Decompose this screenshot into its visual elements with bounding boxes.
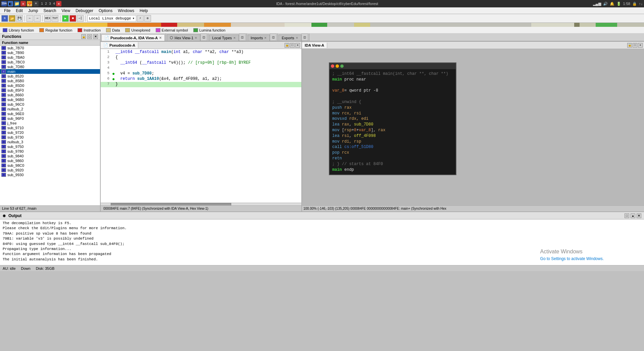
tb1[interactable]: ◧ <box>8 1 13 6</box>
func-item-sub96c0[interactable]: f sub_96C0 <box>0 102 100 107</box>
tb6[interactable]: ✕ <box>56 1 61 6</box>
func-item-sub7b90[interactable]: f sub_7B90 <box>0 50 100 55</box>
func-item-sub8520[interactable]: f sub_8520 <box>0 74 100 79</box>
func-item-sub98c0[interactable]: f sub_98C0 <box>0 163 100 168</box>
func-item-sub9920[interactable]: f sub_9920 <box>0 168 100 172</box>
ida-ctrl-close[interactable]: ✕ <box>638 43 643 48</box>
func-item-jfree[interactable]: f j_free <box>0 121 100 126</box>
tab-pseudo-close[interactable]: ✕ <box>159 36 162 40</box>
menu-options[interactable]: Options <box>96 8 115 14</box>
asm-popup-close[interactable] <box>331 64 334 68</box>
cb-ext <box>231 23 285 27</box>
tb-save[interactable]: 💾 <box>16 15 23 22</box>
func-item-sub8660[interactable]: f sub_8660 <box>0 93 100 97</box>
pseudo-ctrl-float[interactable]: □ <box>290 43 295 48</box>
func-item-sub7ba0[interactable]: f sub_7BA0 <box>0 55 100 60</box>
menu-windows[interactable]: Windows <box>115 8 137 14</box>
tab-imp-float[interactable]: ◫ <box>270 34 277 41</box>
panel-icon-close[interactable]: ✕ <box>93 34 98 39</box>
tab-imp-close[interactable]: ✕ <box>264 36 267 40</box>
tb-open[interactable]: 📂 <box>9 15 15 22</box>
asm-proc: main proc near <box>332 77 453 83</box>
func-item-sub9930[interactable]: f sub_9930 <box>0 172 100 177</box>
tb-hex[interactable]: HEX <box>44 15 51 22</box>
func-item-main[interactable]: f main <box>0 69 100 74</box>
ida-ctrl-float[interactable]: □ <box>633 43 637 48</box>
tb-fwd[interactable]: → <box>34 15 41 22</box>
func-item-sub96b0[interactable]: f sub_96B0 <box>0 97 100 102</box>
tb-new[interactable]: N <box>1 15 8 22</box>
asm-popup-min[interactable] <box>336 64 339 68</box>
menu-file[interactable]: File <box>1 8 13 14</box>
output-content[interactable]: The decompilation hotkey is F5. Please c… <box>0 219 644 265</box>
func-item-sub96f0[interactable]: f sub_96F0 <box>0 116 100 121</box>
func-name: sub_9730 <box>7 135 23 139</box>
menu-edit[interactable]: Edit <box>13 8 26 14</box>
panel-icon-float[interactable]: □ <box>87 34 92 39</box>
tb-stop[interactable]: ■ <box>69 15 76 22</box>
func-item-nullsub2[interactable]: f nullsub_2 <box>0 107 100 111</box>
func-item-sub85b0[interactable]: f sub_85B0 <box>0 79 100 83</box>
menu-debugger[interactable]: Debugger <box>73 8 96 14</box>
menu-view[interactable]: View <box>59 8 73 14</box>
tb3[interactable]: ✕ <box>20 1 26 6</box>
func-icon: f <box>1 149 6 153</box>
tab-hexview[interactable]: ⬡ Hex View-1 ✕ <box>167 34 200 41</box>
tab-localtypes[interactable]: Local Types ✕ <box>209 35 239 41</box>
func-item-sub9750[interactable]: f sub_9750 <box>0 144 100 149</box>
tb-step[interactable]: →| <box>77 15 84 22</box>
tab-lt-close[interactable]: ✕ <box>233 36 236 40</box>
debugger-dropdown[interactable]: Local Linux debugge ▾ <box>87 15 136 22</box>
tab-exp-close[interactable]: ✕ <box>296 36 298 40</box>
pseudocode-content[interactable]: 1 __int64 __fastcall main(int a1, char *… <box>101 49 301 203</box>
tab-exp-float[interactable]: ◫ <box>301 34 308 41</box>
menu-help[interactable]: Help <box>137 8 151 14</box>
tb-run[interactable]: ▶ <box>62 15 69 22</box>
menu-jump[interactable]: Jump <box>26 8 41 14</box>
pseudo-ctrl-lock[interactable]: 🔒 <box>285 43 289 48</box>
cb-lines <box>574 23 580 27</box>
func-item-sub9840[interactable]: f sub_9840 <box>0 154 100 158</box>
func-item-sub9780[interactable]: f sub_9780 <box>0 149 100 154</box>
func-item-sub9720[interactable]: f sub_9720 <box>0 130 100 135</box>
func-item-sub9860[interactable]: f sub_9860 <box>0 158 100 163</box>
func-list[interactable]: f sub_7B70 f sub_7B90 f sub_7BA0 f sub_7… <box>0 46 100 205</box>
tb-attach[interactable]: ⚡ <box>137 15 144 22</box>
func-item-sub7d80[interactable]: f sub_7D80 <box>0 64 100 69</box>
ida-inner-tab-a[interactable]: IDA View-A <box>302 43 327 48</box>
output-ctrl-close[interactable]: ✕ <box>637 213 641 218</box>
pseudo-ctrl-close[interactable]: ✕ <box>295 43 300 48</box>
tab-imports[interactable]: Imports ✕ <box>248 35 270 41</box>
tb-detach[interactable]: ⚙ <box>144 15 151 22</box>
tab-exports[interactable]: Exports ✕ <box>279 35 301 41</box>
func-icon: f <box>1 84 6 88</box>
menu-search[interactable]: Search <box>41 8 59 14</box>
tb5[interactable]: ≡ <box>33 1 39 6</box>
output-ctrl-max[interactable]: ▲ <box>631 213 635 218</box>
output-ctrl-float[interactable]: □ <box>625 213 629 218</box>
func-item-sub7b70[interactable]: f sub_7B70 <box>0 46 100 50</box>
func-item-sub85f0[interactable]: f sub_85F0 <box>0 88 100 93</box>
pseudo-inner-tab-a[interactable]: 📄 Pseudocode-A <box>101 42 138 48</box>
func-icon: f <box>1 69 6 73</box>
ida-ctrl-lock[interactable]: 🔒 <box>627 43 632 48</box>
func-name: sub_85D0 <box>7 84 24 88</box>
func-item-sub96e0[interactable]: f sub_96E0 <box>0 111 100 116</box>
tab-hex-close[interactable]: ✕ <box>195 36 197 40</box>
tb2[interactable]: 📁 <box>14 1 19 6</box>
func-item-sub9710[interactable]: f sub_9710 <box>0 126 100 130</box>
func-item-nullsub3[interactable]: f nullsub_3 <box>0 140 100 144</box>
tab-pseudocode-ida[interactable]: 📄 Pseudocode-A, IDA View-A ✕ <box>101 34 165 41</box>
tab-lt-float[interactable]: ◫ <box>239 34 246 41</box>
panel-icon-lock[interactable]: 🔒 <box>81 34 86 39</box>
tb-back[interactable]: ← <box>27 15 33 22</box>
func-name: sub_96E0 <box>7 112 24 116</box>
tb4[interactable]: 🦊 <box>27 1 32 6</box>
asm-popup-max[interactable] <box>340 64 344 68</box>
tab-hex-float[interactable]: ◫ <box>200 34 207 41</box>
tb-text[interactable]: TXT <box>52 15 58 22</box>
func-item-sub7bc0[interactable]: f sub_7BC0 <box>0 60 100 64</box>
func-item-sub85d0[interactable]: f sub_85D0 <box>0 83 100 88</box>
func-item-sub9730[interactable]: f sub_9730 <box>0 135 100 140</box>
pseudo-scrolltrack[interactable] <box>101 203 301 205</box>
